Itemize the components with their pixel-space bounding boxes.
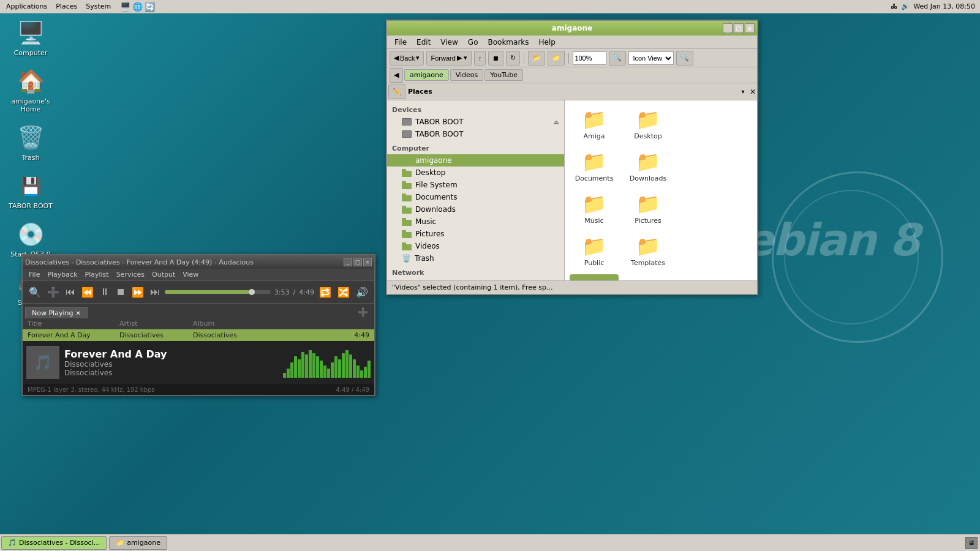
folder-icon-videos	[402, 242, 412, 250]
sidebar-item-pictures[interactable]: Pictures	[387, 228, 564, 240]
aud-menu-output[interactable]: Output	[148, 271, 179, 279]
aud-maximize-btn[interactable]: □	[353, 258, 362, 266]
fm-network-header: Network	[387, 267, 564, 279]
fm-item-templates[interactable]: 📁 Templates	[624, 232, 673, 269]
aud-shuffle-btn[interactable]: 🔀	[336, 287, 351, 298]
fm-item-videos[interactable]: 📁 Videos	[570, 274, 619, 280]
fm-item-documents-label: Documents	[575, 174, 614, 182]
taskbar-btn-audacious[interactable]: 🎵 Dissociatives - Dissoci...	[1, 536, 107, 550]
aud-repeat-btn[interactable]: 🔁	[318, 287, 333, 298]
sidebar-item-trash[interactable]: 🗑️ Trash	[387, 252, 564, 264]
aud-menu-view[interactable]: View	[179, 271, 202, 279]
fm-item-documents[interactable]: 📁 Documents	[570, 148, 619, 185]
sidebar-item-amigaone[interactable]: amigaone	[387, 154, 564, 167]
fm-breadcrumb-videos[interactable]: Videos	[450, 69, 484, 81]
aud-stop-btn[interactable]: ⏹	[115, 287, 127, 298]
fm-item-public[interactable]: 📁 Public	[570, 232, 619, 269]
aud-next-btn[interactable]: ⏭	[149, 287, 161, 298]
clock: Wed Jan 13, 08:50	[913, 2, 975, 10]
taskbar-icon-3[interactable]: 🔄	[144, 1, 155, 12]
fm-item-amiga[interactable]: 📁 Amiga	[570, 105, 619, 143]
sidebar-item-desktop[interactable]: Desktop	[387, 167, 564, 179]
fm-menu-go[interactable]: Go	[463, 38, 483, 47]
menu-system[interactable]: System	[82, 2, 115, 11]
eject-icon-1[interactable]: ⏏	[554, 119, 559, 126]
menu-places[interactable]: Places	[52, 2, 81, 11]
menu-applications[interactable]: Applications	[2, 2, 51, 11]
fm-item-music[interactable]: 📁 Music	[570, 190, 619, 227]
aud-prev-btn[interactable]: ⏮	[64, 287, 77, 298]
aud-close-btn[interactable]: ×	[363, 258, 372, 266]
desktop-icon-trash[interactable]: 🗑️ Trash	[6, 123, 55, 162]
aud-tab-now-playing[interactable]: Now Playing ✕	[25, 307, 88, 318]
aud-volume-btn[interactable]: 🔊	[355, 287, 369, 298]
aud-menu-file[interactable]: File	[25, 271, 43, 279]
aud-menu-services[interactable]: Services	[113, 271, 148, 279]
fm-breadcrumb-amigaone[interactable]: amigaone	[404, 69, 449, 81]
fm-maximize-btn[interactable]: □	[734, 23, 744, 33]
fm-refresh-btn[interactable]: ↻	[506, 51, 520, 66]
fm-up-btn[interactable]: ↑	[474, 51, 486, 66]
sidebar-item-music[interactable]: Music	[387, 216, 564, 228]
taskbar-btn-fileman[interactable]: 📁 amigaone	[109, 536, 167, 550]
fm-titlebar: amigaone _ □ ×	[387, 21, 757, 36]
fm-menu-view[interactable]: View	[435, 38, 462, 47]
taskbar-top: Applications Places System 🖥️ 🌐 🔄 🖧 🔊 We…	[0, 0, 980, 13]
fm-view-select[interactable]: Icon View List View	[628, 51, 674, 65]
fm-item-pictures[interactable]: 📁 Pictures	[624, 190, 673, 227]
fm-menu-help[interactable]: Help	[534, 38, 560, 47]
fm-stop-btn[interactable]: ⏹	[488, 51, 503, 66]
fm-minimize-btn[interactable]: _	[723, 23, 733, 33]
aud-playlist-row-1[interactable]: Forever And A Day Dissociatives Dissocia…	[23, 329, 374, 341]
sidebar-item-tabor2[interactable]: TABOR BOOT	[387, 128, 564, 140]
aud-search-btn[interactable]: 🔍	[28, 287, 42, 298]
fm-menu-edit[interactable]: Edit	[412, 38, 435, 47]
fm-item-desktop[interactable]: 📁 Desktop	[624, 105, 673, 143]
aud-progress-bar[interactable]	[165, 290, 271, 294]
fm-new-folder-btn[interactable]: 📁	[548, 51, 565, 66]
aud-pause-btn[interactable]: ⏸	[99, 287, 111, 298]
fm-zoom-input[interactable]	[573, 51, 606, 65]
aud-minimize-btn[interactable]: _	[344, 258, 352, 266]
aud-fwd-btn[interactable]: ⏩	[130, 287, 145, 298]
taskbar-fileman-icon: 📁	[116, 539, 124, 547]
taskbar-icon-1[interactable]: 🖥️	[119, 1, 130, 12]
fm-menu-file[interactable]: File	[390, 38, 412, 47]
sidebar-item-tabor1[interactable]: TABOR BOOT ⏏	[387, 116, 564, 128]
aud-menu-playlist[interactable]: Playlist	[81, 271, 113, 279]
sidebar-item-videos[interactable]: Videos	[387, 240, 564, 252]
fm-close-btn[interactable]: ×	[745, 23, 755, 33]
sidebar-item-downloads[interactable]: Downloads	[387, 203, 564, 216]
aud-rewind-btn[interactable]: ⏪	[80, 287, 95, 298]
taskbar-icon-2[interactable]: 🌐	[132, 1, 143, 12]
sidebar-item-filesystem[interactable]: File System	[387, 179, 564, 191]
desktop-icon-computer[interactable]: 🖥️ Computer	[6, 18, 55, 57]
fm-search-btn[interactable]: 🔍	[676, 51, 693, 66]
aud-menu-playback[interactable]: Playback	[43, 271, 81, 279]
fm-back-nav-btn[interactable]: ◀	[390, 68, 403, 83]
aud-progress-thumb	[249, 289, 255, 295]
desktop-icon-tabor[interactable]: 💾 TABOR BOOT	[6, 171, 55, 210]
aud-add-tab-btn[interactable]: ➕	[354, 306, 372, 318]
fm-zoom-toggle-btn[interactable]: 🔍	[609, 51, 626, 66]
fm-edit-location-btn[interactable]: ✏️	[388, 84, 405, 99]
fm-places-close-btn[interactable]: ✕	[750, 88, 756, 96]
desktop-icon-start-os[interactable]: 💿 Start_OS3.9	[6, 220, 55, 258]
fm-menu-bookmarks[interactable]: Bookmarks	[483, 38, 533, 47]
fm-open-location-btn[interactable]: 📂	[528, 51, 545, 66]
fm-breadcrumb-youtube[interactable]: YouTube	[484, 69, 523, 81]
home-label: amigaone's Home	[6, 97, 55, 113]
fm-item-downloads[interactable]: 📁 Downloads	[624, 148, 673, 185]
desktop-icon-home[interactable]: 🏠 amigaone's Home	[6, 67, 55, 113]
sidebar-item-documents[interactable]: Documents	[387, 191, 564, 203]
fm-forward-btn[interactable]: Forward ▶ ▾	[426, 51, 471, 66]
visualizer-bar	[305, 354, 308, 378]
start-os-icon: 💿	[16, 220, 45, 249]
fm-location-close-btn[interactable]: ▾	[739, 88, 747, 96]
aud-add-btn[interactable]: ➕	[46, 287, 61, 298]
trash-sidebar-icon: 🗑️	[402, 254, 411, 263]
fm-computer-header: Computer	[387, 143, 564, 154]
fm-back-btn[interactable]: ◀ Back ▾	[390, 51, 424, 66]
show-desktop-btn[interactable]: 🖥	[965, 537, 978, 549]
aud-tab-close-icon[interactable]: ✕	[75, 310, 80, 317]
